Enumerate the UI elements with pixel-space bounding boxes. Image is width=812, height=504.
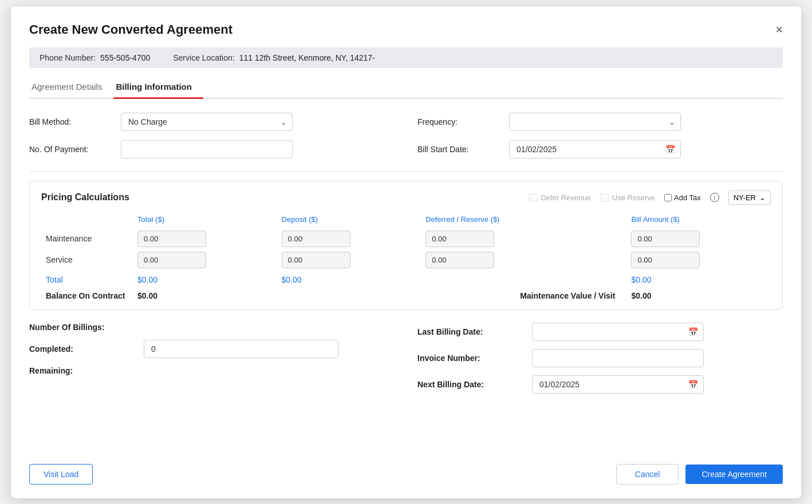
bottom-right-col: Last Billing Date: 📅 Invoice Number: Nex… bbox=[417, 323, 783, 402]
add-tax-text: Add Tax bbox=[674, 193, 701, 202]
service-bill-amount-cell bbox=[626, 249, 771, 271]
frequency-row: Frequency: ⌄ bbox=[417, 113, 783, 131]
add-tax-checkbox[interactable] bbox=[664, 194, 672, 201]
number-of-billings-row: Number Of Billings: bbox=[29, 323, 395, 332]
frequency-select[interactable] bbox=[509, 113, 681, 131]
tab-billing-information[interactable]: Billing Information bbox=[113, 77, 203, 99]
modal-title: Create New Converted Agreement bbox=[29, 22, 232, 37]
no-of-payment-row: No. Of Payment: bbox=[29, 140, 395, 158]
number-of-billings-label: Number Of Billings: bbox=[29, 323, 144, 332]
total-label: Total bbox=[41, 271, 133, 287]
balance-row: Balance On Contract $0.00 Maintenance Va… bbox=[41, 287, 771, 303]
use-reserve-label: Use Reserve bbox=[612, 193, 655, 202]
phone-info: Phone Number: 555-505-4700 bbox=[40, 53, 150, 62]
bill-start-date-wrapper: 📅 bbox=[509, 140, 681, 158]
maintenance-deferred-cell bbox=[421, 228, 626, 249]
info-icon[interactable]: i bbox=[710, 193, 719, 202]
no-of-payment-input[interactable] bbox=[121, 140, 293, 158]
defer-revenue-checkbox[interactable] bbox=[529, 193, 537, 202]
next-billing-date-row: Next Billing Date: 📅 bbox=[417, 375, 783, 394]
tabs: Agreement Details Billing Information bbox=[29, 77, 783, 99]
tab-agreement-details[interactable]: Agreement Details bbox=[29, 77, 113, 99]
maintenance-total-cell bbox=[133, 228, 277, 249]
tax-code-select[interactable]: NY-ER ⌄ bbox=[728, 191, 771, 205]
completed-input[interactable] bbox=[144, 340, 338, 358]
use-reserve-checkbox-label[interactable]: Use Reserve bbox=[600, 193, 655, 202]
location-value: 111 12th Street, Kenmore, NY, 14217- bbox=[239, 53, 375, 62]
bill-start-date-row: Bill Start Date: 📅 bbox=[417, 140, 783, 158]
no-of-payment-label: No. Of Payment: bbox=[29, 145, 121, 154]
pricing-section: Pricing Calculations Defer Revenue Use R… bbox=[29, 181, 783, 310]
service-total-cell bbox=[133, 249, 277, 271]
frequency-select-wrapper: ⌄ bbox=[509, 113, 681, 131]
service-deferred-input[interactable] bbox=[425, 252, 494, 268]
remaining-row: Remaining: bbox=[29, 366, 395, 375]
service-deferred-cell bbox=[421, 249, 626, 271]
pricing-title: Pricing Calculations bbox=[41, 192, 129, 203]
bill-method-select[interactable]: No Charge bbox=[121, 113, 293, 131]
balance-label: Balance On Contract bbox=[41, 287, 133, 303]
defer-revenue-checkbox-label[interactable]: Defer Revenue bbox=[529, 193, 590, 202]
last-billing-date-input[interactable] bbox=[532, 323, 704, 341]
maintenance-total-input[interactable] bbox=[137, 231, 206, 247]
total-total-value: $0.00 bbox=[133, 271, 277, 287]
maintenance-value: $0.00 bbox=[626, 287, 771, 303]
pricing-table: Total ($) Deposit ($) Deferred / Reserve… bbox=[41, 213, 771, 303]
invoice-number-input[interactable] bbox=[532, 349, 704, 367]
col-header-empty bbox=[41, 213, 133, 228]
billing-col-left: Bill Method: No Charge ⌄ No. Of Payment: bbox=[29, 113, 395, 168]
create-agreement-button[interactable]: Create Agreement bbox=[685, 465, 783, 484]
phone-label: Phone Number: bbox=[40, 53, 96, 62]
info-bar: Phone Number: 555-505-4700 Service Locat… bbox=[29, 47, 783, 68]
invoice-number-label: Invoice Number: bbox=[417, 354, 532, 363]
maintenance-bill-amount-input[interactable] bbox=[631, 231, 700, 247]
footer-right: Cancel Create Agreement bbox=[616, 464, 783, 485]
balance-value: $0.00 bbox=[133, 287, 277, 303]
modal-footer: Visit Load Cancel Create Agreement bbox=[29, 453, 783, 485]
total-row: Total $0.00 $0.00 $0.00 bbox=[41, 271, 771, 287]
maintenance-deferred-input[interactable] bbox=[425, 231, 494, 247]
last-billing-date-row: Last Billing Date: 📅 bbox=[417, 323, 783, 341]
service-deposit-input[interactable] bbox=[282, 252, 350, 268]
maintenance-bill-amount-cell bbox=[626, 228, 771, 249]
next-billing-date-wrapper: 📅 bbox=[532, 375, 704, 394]
col-header-total: Total ($) bbox=[133, 213, 277, 228]
service-deposit-cell bbox=[277, 249, 421, 271]
pricing-controls: Defer Revenue Use Reserve Add Tax i NY-E… bbox=[529, 191, 771, 205]
bill-start-date-input[interactable] bbox=[509, 140, 681, 158]
last-billing-date-wrapper: 📅 bbox=[532, 323, 704, 341]
col-header-deposit: Deposit ($) bbox=[277, 213, 421, 228]
bill-method-row: Bill Method: No Charge ⌄ bbox=[29, 113, 395, 131]
bill-method-label: Bill Method: bbox=[29, 117, 121, 126]
modal-header: Create New Converted Agreement × bbox=[29, 22, 783, 37]
completed-row: Completed: bbox=[29, 340, 395, 358]
use-reserve-checkbox[interactable] bbox=[600, 193, 609, 202]
total-bill-amount-value: $0.00 bbox=[626, 271, 771, 287]
cancel-button[interactable]: Cancel bbox=[616, 464, 679, 485]
close-button[interactable]: × bbox=[775, 23, 783, 36]
billing-col-right: Frequency: ⌄ Bill Start Date: 📅 bbox=[417, 113, 783, 168]
col-header-bill-amount: Bill Amount ($) bbox=[626, 213, 771, 228]
last-billing-date-label: Last Billing Date: bbox=[417, 327, 532, 336]
location-info: Service Location: 111 12th Street, Kenmo… bbox=[173, 53, 375, 62]
service-total-input[interactable] bbox=[137, 252, 206, 268]
defer-revenue-label: Defer Revenue bbox=[541, 193, 590, 202]
remaining-label: Remaining: bbox=[29, 366, 144, 375]
billing-form: Bill Method: No Charge ⌄ No. Of Payment:… bbox=[29, 113, 783, 168]
tax-code-value: NY-ER bbox=[734, 193, 756, 202]
maintenance-row: Maintenance bbox=[41, 228, 771, 249]
invoice-number-row: Invoice Number: bbox=[417, 349, 783, 367]
visit-load-button[interactable]: Visit Load bbox=[29, 464, 93, 485]
service-bill-amount-input[interactable] bbox=[631, 252, 700, 268]
bottom-left-col: Number Of Billings: Completed: Remaining… bbox=[29, 323, 395, 402]
pricing-header: Pricing Calculations Defer Revenue Use R… bbox=[41, 191, 771, 205]
bill-start-date-label: Bill Start Date: bbox=[417, 145, 509, 154]
maintenance-value-label: Maintenance Value / Visit bbox=[421, 287, 626, 303]
add-tax-label[interactable]: Add Tax bbox=[664, 193, 701, 202]
next-billing-date-input[interactable] bbox=[532, 375, 704, 394]
completed-label: Completed: bbox=[29, 344, 144, 354]
maintenance-deposit-input[interactable] bbox=[282, 231, 350, 247]
total-deposit-value: $0.00 bbox=[277, 271, 421, 287]
service-label: Service bbox=[41, 249, 133, 271]
col-header-deferred: Deferred / Reserve ($) bbox=[421, 213, 626, 228]
